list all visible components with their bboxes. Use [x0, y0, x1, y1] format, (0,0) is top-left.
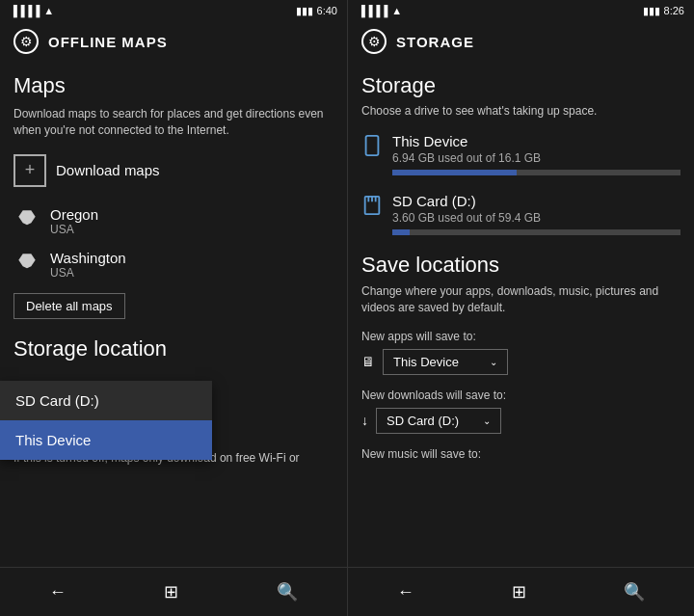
sdcard-icon [361, 195, 383, 220]
drive-this-device-name: This Device [392, 133, 681, 149]
left-status-left: ▐▐▐▐ ▲ [10, 5, 54, 16]
right-signal-icon: ▐▐▐▐ [358, 5, 387, 16]
map-info-washington: Washington USA [50, 250, 126, 280]
save-downloads-label: New downloads will save to: [361, 388, 681, 402]
download-maps-button[interactable]: + Download maps [13, 154, 334, 187]
left-panel: ▐▐▐▐ ▲ ▮▮▮ 6:40 ⚙ OFFLINE MAPS Maps Down… [0, 0, 347, 616]
chevron-down-icon-2: ⌄ [483, 415, 491, 426]
apps-select-box[interactable]: This Device ⌄ [383, 349, 508, 375]
drive-this-device[interactable]: This Device 6.94 GB used out of 16.1 GB [361, 133, 681, 175]
left-header-title: OFFLINE MAPS [48, 34, 168, 50]
storage-dropdown[interactable]: SD Card (D:) This Device [0, 381, 212, 460]
save-locations-title: Save locations [361, 253, 681, 278]
chevron-down-icon: ⌄ [490, 357, 497, 367]
save-apps-label: New apps will save to: [361, 330, 681, 343]
drive-sdcard-name: SD Card (D:) [392, 193, 681, 209]
storage-location-title: Storage location [13, 336, 334, 362]
oregon-name: Oregon [50, 206, 98, 223]
phone-icon [361, 135, 383, 160]
left-header-icon: ⚙ [13, 29, 39, 54]
oregon-sub: USA [50, 223, 98, 236]
right-header-icon: ⚙ [361, 29, 387, 54]
maps-description: Download maps to search for places and g… [13, 106, 334, 139]
drive-sdcard-info: SD Card (D:) 3.60 GB used out of 59.4 GB [392, 193, 681, 235]
left-status-right: ▮▮▮ 6:40 [296, 5, 337, 17]
map-item-washington: Washington USA [13, 250, 334, 280]
save-downloads-select-row: ↓ SD Card (D:) ⌄ [361, 408, 681, 434]
delete-all-maps-button[interactable]: Delete all maps [13, 293, 125, 319]
drive-sdcard[interactable]: SD Card (D:) 3.60 GB used out of 59.4 GB [361, 193, 681, 235]
signal-icon: ▐▐▐▐ [10, 5, 40, 16]
save-item-apps: New apps will save to: 🖥 This Device ⌄ [361, 330, 681, 375]
right-status-left: ▐▐▐▐ ▲ [358, 5, 402, 16]
maps-title: Maps [13, 73, 334, 98]
gear-icon: ⚙ [20, 34, 33, 49]
battery-icon: ▮▮▮ [296, 5, 313, 17]
left-status-bar: ▐▐▐▐ ▲ ▮▮▮ 6:40 [0, 0, 347, 21]
washington-sub: USA [50, 266, 126, 280]
plus-icon: + [13, 154, 46, 187]
drive-sdcard-progress-bg [392, 229, 681, 235]
washington-name: Washington [50, 250, 126, 266]
left-time: 6:40 [317, 5, 337, 16]
right-battery-icon: ▮▮▮ [643, 5, 660, 17]
drive-sdcard-progress-fill [392, 229, 410, 235]
right-home-button[interactable]: ⊞ [493, 577, 546, 606]
right-header: ⚙ STORAGE [348, 21, 694, 62]
drive-this-device-progress-fill [392, 170, 517, 175]
right-status-bar: ▐▐▐▐ ▲ ▮▮▮ 8:26 [348, 0, 694, 21]
dropdown-thisdevice[interactable]: This Device [0, 420, 212, 460]
downloads-select-value: SD Card (D:) [387, 414, 459, 428]
storage-desc: Choose a drive to see what's taking up s… [361, 104, 681, 118]
svg-rect-0 [366, 136, 379, 155]
right-header-title: STORAGE [396, 34, 474, 50]
dropdown-sdcard[interactable]: SD Card (D:) [0, 381, 212, 420]
download-icon: ↓ [361, 413, 368, 428]
right-bottom-nav: ← ⊞ 🔍 [348, 567, 694, 616]
storage-title: Storage [361, 73, 681, 98]
apps-select-value: This Device [393, 355, 459, 369]
right-search-button[interactable]: 🔍 [604, 577, 664, 606]
left-content: Maps Download maps to search for places … [0, 62, 347, 567]
drive-this-device-progress-bg [392, 170, 681, 175]
right-content: Storage Choose a drive to see what's tak… [348, 62, 694, 567]
downloads-select-box[interactable]: SD Card (D:) ⌄ [376, 408, 501, 434]
left-search-button[interactable]: 🔍 [257, 577, 317, 606]
right-back-button[interactable]: ← [378, 578, 434, 606]
left-bottom-nav: ← ⊞ 🔍 [0, 567, 347, 616]
right-panel: ▐▐▐▐ ▲ ▮▮▮ 8:26 ⚙ STORAGE Storage Choose… [347, 0, 694, 616]
map-item-oregon: Oregon USA [13, 206, 334, 236]
drive-this-device-info: This Device 6.94 GB used out of 16.1 GB [392, 133, 681, 175]
map-info-oregon: Oregon USA [50, 206, 98, 236]
drive-sdcard-usage: 3.60 GB used out of 59.4 GB [392, 211, 681, 225]
left-back-button[interactable]: ← [30, 578, 86, 606]
left-home-button[interactable]: ⊞ [145, 577, 198, 606]
right-time: 8:26 [664, 5, 684, 16]
drive-this-device-usage: 6.94 GB used out of 16.1 GB [392, 151, 681, 165]
save-apps-select-row: 🖥 This Device ⌄ [361, 349, 681, 375]
right-wifi-icon: ▲ [391, 5, 402, 16]
monitor-icon: 🖥 [361, 354, 375, 369]
right-status-right: ▮▮▮ 8:26 [643, 5, 684, 17]
right-gear-icon: ⚙ [368, 34, 381, 49]
save-locations-desc: Change where your apps, downloads, music… [361, 283, 681, 316]
left-header: ⚙ OFFLINE MAPS [0, 21, 347, 62]
map-icon-washington [13, 251, 40, 278]
map-icon-oregon [13, 207, 40, 234]
download-maps-label: Download maps [56, 162, 160, 178]
save-item-downloads: New downloads will save to: ↓ SD Card (D… [361, 388, 681, 434]
wifi-icon: ▲ [43, 5, 54, 16]
new-music-label: New music will save to: [361, 447, 681, 461]
